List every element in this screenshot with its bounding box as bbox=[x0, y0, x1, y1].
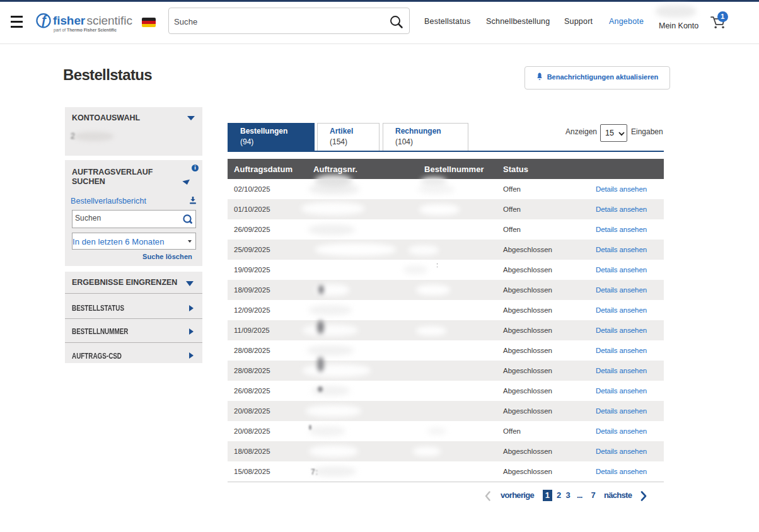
svg-text:scientific: scientific bbox=[87, 14, 132, 27]
svg-text:ƒ: ƒ bbox=[40, 13, 47, 27]
svg-text:fisher: fisher bbox=[53, 14, 86, 27]
svg-text:part of Thermo Fisher Scientif: part of Thermo Fisher Scientific bbox=[54, 27, 117, 33]
